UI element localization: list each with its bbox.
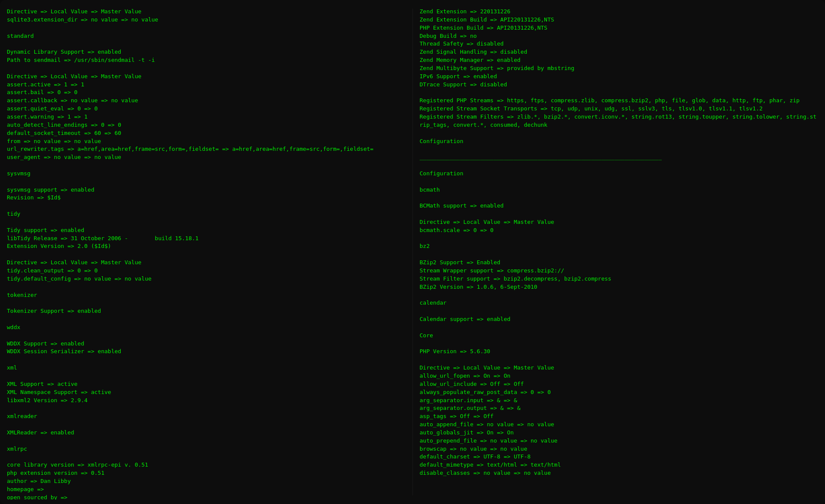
left-content: Directive => Local Value => Master Value… — [7, 8, 406, 500]
left-column: Directive => Local Value => Master Value… — [0, 4, 412, 500]
right-content: Zend Extension => 220131226 Zend Extensi… — [420, 8, 819, 477]
main-container: Directive => Local Value => Master Value… — [0, 0, 825, 504]
right-column: Zend Extension => 220131226 Zend Extensi… — [413, 4, 825, 500]
